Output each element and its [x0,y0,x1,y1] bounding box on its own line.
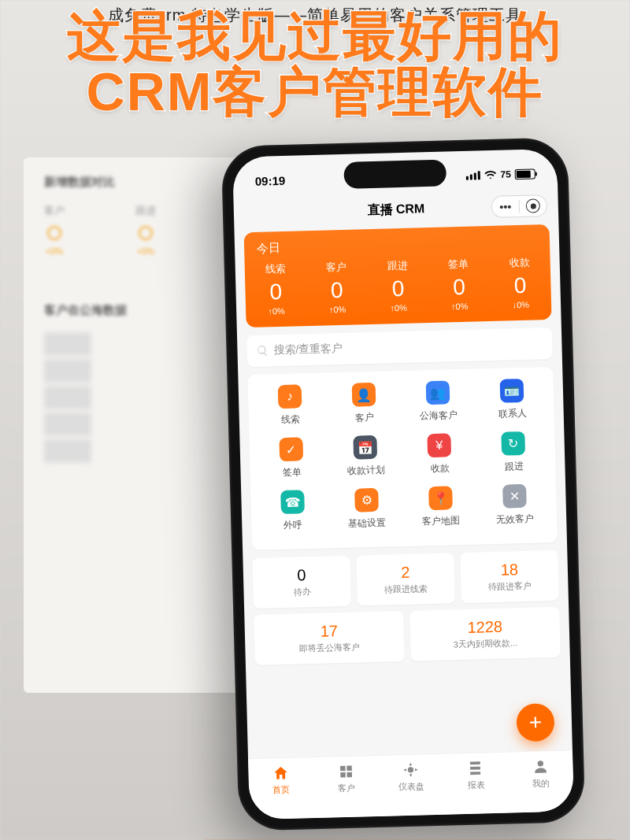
today-metric[interactable]: 收款 0 ↓0% [489,255,551,310]
tab-我的[interactable]: 我的 [508,750,574,801]
phone-notch [343,159,447,188]
feature-label: 收款 [402,461,476,476]
phone-frame: 09:19 75 直播 CRM ••• 今日 线索 0 ↑0%客户 [221,137,586,831]
todo-card[interactable]: 18 待跟进客户 [460,550,559,603]
today-metric[interactable]: 签单 0 ↑0% [428,257,490,312]
feature-基础设置[interactable]: ⚙ 基础设置 [329,487,405,542]
todo-card[interactable]: 17 即将丢公海客户 [254,611,405,665]
todo-label: 3天内到期收款... [413,636,557,652]
today-metric[interactable]: 跟进 0 ↑0% [367,258,429,313]
todo-card[interactable]: 0 待办 [252,556,351,609]
metric-pct: ↑0% [307,304,369,315]
metric-value: 0 [428,274,490,301]
feature-label: 联系人 [476,406,550,421]
feature-icon: ♪ [278,384,302,409]
todo-card[interactable]: 1228 3天内到期收款... [410,607,561,661]
todo-grid: 0 待办2 待跟进线索18 待跟进客户17 即将丢公海客户1228 3天内到期收… [252,550,560,665]
add-fab[interactable]: + [516,703,554,742]
phone-screen: 09:19 75 直播 CRM ••• 今日 线索 0 ↑0%客户 [232,149,574,820]
feature-icon: ☎ [280,490,305,514]
feature-外呼[interactable]: ☎ 外呼 [255,489,331,543]
feature-icon: 🪪 [500,379,524,403]
tab-label: 报表 [443,779,509,792]
today-metric[interactable]: 线索 0 ↑0% [245,261,307,316]
tab-label: 首页 [249,783,314,797]
battery-icon [515,168,536,179]
tab-label: 我的 [508,776,573,790]
metric-value: 0 [306,277,368,304]
todo-card[interactable]: 2 待跟进线索 [356,553,455,605]
feature-label: 外呼 [256,517,330,532]
tab-icon [272,764,290,783]
todo-count: 17 [258,620,402,642]
metric-name: 签单 [428,257,489,272]
todo-count: 2 [360,562,452,583]
todo-count: 1228 [413,616,558,638]
metric-name: 跟进 [367,258,428,274]
app-title: 直播 CRM [367,201,424,219]
bg-stat: 跟进 +0% [135,204,156,256]
feature-签单[interactable]: ✓ 签单 [254,436,329,490]
feature-客户[interactable]: 👤 客户 [327,382,402,436]
tab-客户[interactable]: 客户 [313,756,379,807]
feature-label: 签单 [254,464,328,479]
miniprogram-controls: ••• [491,194,547,218]
promo-title: 这是我见过最好用的 CRM客户管理软件 [0,8,630,120]
tab-报表[interactable]: 报表 [443,753,509,804]
feature-icon: ✕ [502,484,527,509]
today-summary-card[interactable]: 今日 线索 0 ↑0%客户 0 ↑0%跟进 0 ↑0%签单 0 ↑0%收款 0 [244,224,552,327]
feature-公海客户[interactable]: 👥 公海客户 [401,380,476,435]
feature-label: 客户地图 [404,514,478,529]
more-button[interactable]: ••• [491,196,519,217]
feature-icon: 📅 [353,435,377,460]
metric-pct: ↑0% [429,301,491,312]
signal-icon [465,171,480,179]
tab-icon [467,759,485,777]
feature-label: 收款计划 [328,463,402,478]
metric-pct: ↓0% [490,299,551,310]
feature-收款计划[interactable]: 📅 收款计划 [328,435,403,489]
metric-pct: ↑0% [246,305,307,316]
feature-label: 跟进 [476,459,550,474]
todo-label: 待跟进线索 [360,582,451,596]
battery-level: 75 [500,168,511,179]
feature-icon: ✓ [279,437,303,461]
feature-label: 无效客户 [478,512,552,527]
feature-跟进[interactable]: ↻ 跟进 [476,431,551,485]
search-placeholder: 搜索/查重客户 [273,342,343,357]
todo-label: 待办 [256,585,347,599]
close-button[interactable] [519,195,547,216]
todo-count: 18 [464,560,556,580]
tab-label: 客户 [313,782,379,795]
tab-icon [337,763,355,781]
search-input[interactable]: 搜索/查重客户 [246,327,553,367]
metric-name: 客户 [306,260,367,276]
status-time: 09:19 [255,173,286,187]
feature-icon: ⚙ [354,488,379,513]
tab-icon [532,757,550,775]
plus-icon: + [528,711,542,733]
feature-联系人[interactable]: 🪪 联系人 [475,378,550,432]
feature-收款[interactable]: ¥ 收款 [402,433,477,487]
todo-label: 待跟进客户 [464,579,555,594]
feature-icon: 📍 [428,486,453,510]
feature-无效客户[interactable]: ✕ 无效客户 [477,483,553,538]
tab-首页[interactable]: 首页 [248,757,314,809]
wifi-icon [484,168,496,181]
tab-bar: 首页 客户 仪表盘 报表 我的 [248,749,574,820]
search-icon [256,344,269,357]
metric-value: 0 [367,276,428,302]
feature-label: 线索 [254,412,328,427]
feature-客户地图[interactable]: 📍 客户地图 [403,486,479,540]
tab-仪表盘[interactable]: 仪表盘 [378,754,444,805]
feature-icon: ¥ [427,433,451,457]
todo-count: 0 [256,565,348,586]
tab-icon [402,761,420,779]
feature-线索[interactable]: ♪ 线索 [253,384,328,439]
feature-grid: ♪ 线索👤 客户👥 公海客户🪪 联系人✓ 签单📅 收款计划¥ 收款↻ 跟 [247,367,558,550]
feature-icon: 👥 [426,380,450,405]
today-metric[interactable]: 客户 0 ↑0% [306,260,368,315]
metric-name: 线索 [245,261,306,277]
metric-pct: ↑0% [368,302,429,313]
metric-name: 收款 [489,255,550,271]
